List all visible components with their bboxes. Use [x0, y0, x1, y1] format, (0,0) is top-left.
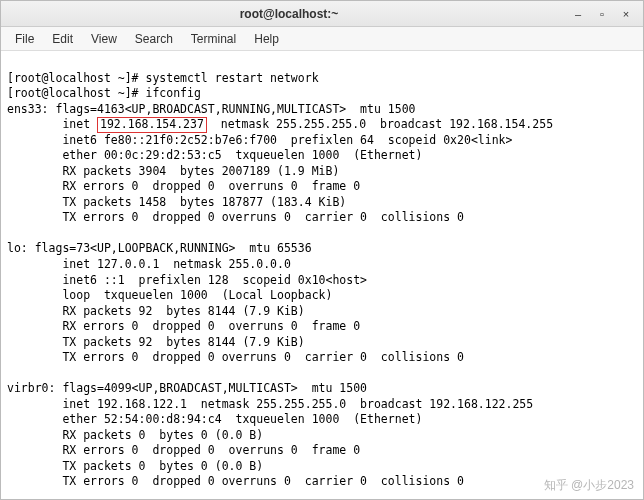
menu-file[interactable]: File — [7, 29, 42, 49]
term-line: RX errors 0 dropped 0 overruns 0 frame 0 — [7, 443, 360, 457]
term-line: TX packets 92 bytes 8144 (7.9 KiB) — [7, 335, 305, 349]
term-line: TX packets 1458 bytes 187877 (183.4 KiB) — [7, 195, 346, 209]
term-line: TX packets 0 bytes 0 (0.0 B) — [7, 459, 263, 473]
term-line: inet 192.168.122.1 netmask 255.255.255.0… — [7, 397, 533, 411]
term-line: TX errors 0 dropped 0 overruns 0 carrier… — [7, 474, 464, 488]
term-line-inet: inet 192.168.154.237 netmask 255.255.255… — [7, 117, 553, 131]
term-line: RX errors 0 dropped 0 overruns 0 frame 0 — [7, 179, 360, 193]
inet-suffix: netmask 255.255.255.0 broadcast 192.168.… — [207, 117, 553, 131]
term-line: inet 127.0.0.1 netmask 255.0.0.0 — [7, 257, 291, 271]
term-line: RX packets 0 bytes 0 (0.0 B) — [7, 428, 263, 442]
inet-prefix: inet — [7, 117, 97, 131]
term-line: RX packets 3904 bytes 2007189 (1.9 MiB) — [7, 164, 339, 178]
titlebar: root@localhost:~ – ▫ × — [1, 1, 643, 27]
term-line — [7, 226, 14, 240]
term-line: TX errors 0 dropped 0 overruns 0 carrier… — [7, 210, 464, 224]
term-line: virbr0: flags=4099<UP,BROADCAST,MULTICAS… — [7, 381, 367, 395]
close-icon[interactable]: × — [619, 7, 633, 21]
term-line: TX errors 0 dropped 0 overruns 0 carrier… — [7, 350, 464, 364]
menu-terminal[interactable]: Terminal — [183, 29, 244, 49]
term-line: RX errors 0 dropped 0 overruns 0 frame 0 — [7, 319, 360, 333]
terminal-area[interactable]: [root@localhost ~]# systemctl restart ne… — [1, 51, 643, 499]
minimize-icon[interactable]: – — [571, 7, 585, 21]
highlighted-ip: 192.168.154.237 — [97, 117, 207, 133]
menu-view[interactable]: View — [83, 29, 125, 49]
term-line: loop txqueuelen 1000 (Local Loopback) — [7, 288, 332, 302]
term-line: ether 52:54:00:d8:94:c4 txqueuelen 1000 … — [7, 412, 422, 426]
menu-edit[interactable]: Edit — [44, 29, 81, 49]
window-controls: – ▫ × — [571, 7, 637, 21]
term-line — [7, 490, 14, 499]
term-line: lo: flags=73<UP,LOOPBACK,RUNNING> mtu 65… — [7, 241, 312, 255]
maximize-icon[interactable]: ▫ — [595, 7, 609, 21]
menu-help[interactable]: Help — [246, 29, 287, 49]
term-line: inet6 ::1 prefixlen 128 scopeid 0x10<hos… — [7, 273, 367, 287]
window-title: root@localhost:~ — [7, 7, 571, 21]
term-line — [7, 366, 14, 380]
term-line: inet6 fe80::21f0:2c52:b7e6:f700 prefixle… — [7, 133, 512, 147]
term-line: [root@localhost ~]# ifconfig — [7, 86, 201, 100]
term-line: [root@localhost ~]# systemctl restart ne… — [7, 71, 319, 85]
menu-search[interactable]: Search — [127, 29, 181, 49]
term-line: ens33: flags=4163<UP,BROADCAST,RUNNING,M… — [7, 102, 416, 116]
terminal-window: root@localhost:~ – ▫ × File Edit View Se… — [0, 0, 644, 500]
term-line: RX packets 92 bytes 8144 (7.9 KiB) — [7, 304, 305, 318]
menubar: File Edit View Search Terminal Help — [1, 27, 643, 51]
watermark: 知乎 @小步2023 — [544, 477, 634, 494]
term-line: ether 00:0c:29:d2:53:c5 txqueuelen 1000 … — [7, 148, 422, 162]
